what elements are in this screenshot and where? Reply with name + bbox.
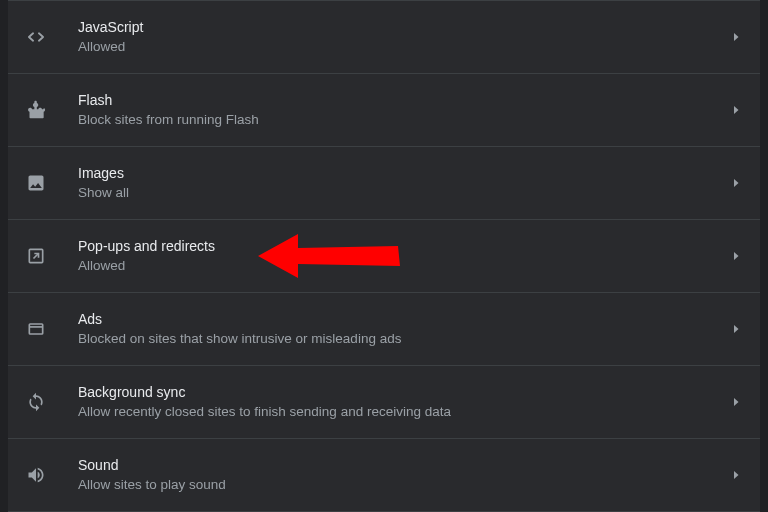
setting-subtitle: Block sites from running Flash	[78, 112, 733, 128]
setting-row-popups[interactable]: Pop-ups and redirects Allowed	[8, 220, 760, 293]
setting-subtitle: Allowed	[78, 39, 733, 55]
setting-subtitle: Allowed	[78, 258, 733, 274]
chevron-right-icon	[733, 178, 740, 188]
chevron-right-icon	[733, 251, 740, 261]
window-icon	[26, 319, 78, 339]
content-settings-list: JavaScript Allowed Flash Block sites fro…	[8, 0, 760, 512]
chevron-right-icon	[733, 324, 740, 334]
setting-subtitle: Blocked on sites that show intrusive or …	[78, 331, 733, 347]
setting-text: Flash Block sites from running Flash	[78, 92, 733, 129]
setting-text: Pop-ups and redirects Allowed	[78, 238, 733, 275]
setting-title: Flash	[78, 92, 733, 109]
setting-text: Background sync Allow recently closed si…	[78, 384, 733, 421]
setting-row-flash[interactable]: Flash Block sites from running Flash	[8, 74, 760, 147]
sound-icon	[26, 465, 78, 485]
setting-row-ads[interactable]: Ads Blocked on sites that show intrusive…	[8, 293, 760, 366]
chevron-right-icon	[733, 105, 740, 115]
svg-rect-1	[29, 324, 42, 334]
setting-row-javascript[interactable]: JavaScript Allowed	[8, 0, 760, 74]
chevron-right-icon	[733, 470, 740, 480]
setting-title: Images	[78, 165, 733, 182]
setting-row-sound[interactable]: Sound Allow sites to play sound	[8, 439, 760, 512]
chevron-right-icon	[733, 32, 740, 42]
setting-text: Ads Blocked on sites that show intrusive…	[78, 311, 733, 348]
sync-icon	[26, 392, 78, 412]
popup-icon	[26, 246, 78, 266]
setting-title: JavaScript	[78, 19, 733, 36]
setting-text: Sound Allow sites to play sound	[78, 457, 733, 494]
setting-subtitle: Allow recently closed sites to finish se…	[78, 404, 733, 420]
image-icon	[26, 173, 78, 193]
code-icon	[26, 27, 78, 47]
setting-title: Sound	[78, 457, 733, 474]
setting-text: JavaScript Allowed	[78, 19, 733, 56]
setting-text: Images Show all	[78, 165, 733, 202]
setting-title: Ads	[78, 311, 733, 328]
setting-subtitle: Show all	[78, 185, 733, 201]
puzzle-icon	[26, 100, 78, 120]
setting-title: Pop-ups and redirects	[78, 238, 733, 255]
chevron-right-icon	[733, 397, 740, 407]
setting-title: Background sync	[78, 384, 733, 401]
setting-subtitle: Allow sites to play sound	[78, 477, 733, 493]
setting-row-images[interactable]: Images Show all	[8, 147, 760, 220]
setting-row-background-sync[interactable]: Background sync Allow recently closed si…	[8, 366, 760, 439]
